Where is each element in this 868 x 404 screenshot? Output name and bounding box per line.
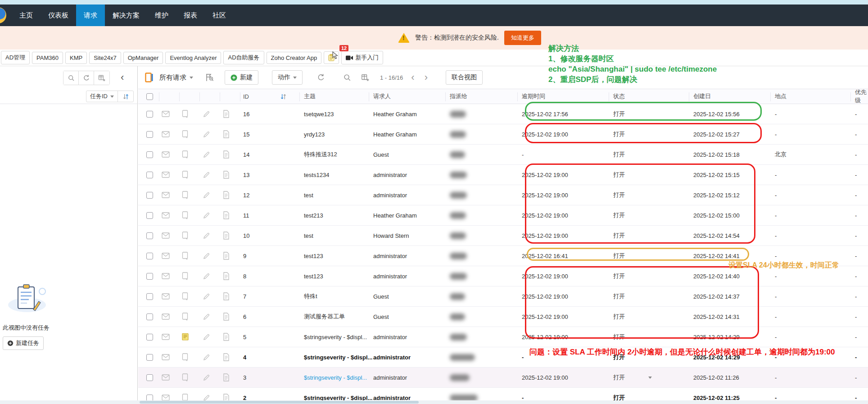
add-note-icon[interactable] (182, 145, 189, 164)
request-subject-link[interactable]: $stringseverity - $displ... (304, 347, 372, 367)
edit-icon[interactable] (203, 104, 210, 124)
document-icon[interactable] (223, 104, 230, 124)
status-value[interactable]: 打开 (613, 191, 625, 199)
add-note-icon[interactable] (182, 165, 189, 185)
column-header-overdue[interactable]: 逾期时间 (522, 89, 545, 104)
mail-icon[interactable] (162, 185, 170, 205)
add-note-icon[interactable] (182, 286, 189, 306)
document-icon[interactable] (223, 165, 230, 185)
document-icon[interactable] (223, 246, 230, 266)
request-row-15[interactable]: 15yrdy123Heather Graham2025-12-02 19:00打… (138, 124, 868, 145)
edit-icon[interactable] (203, 327, 210, 347)
request-row-10[interactable]: 10testHoward Stern2025-12-02 19:00打开2025… (138, 226, 868, 246)
status-value[interactable]: 打开 (613, 171, 625, 179)
learn-more-button[interactable]: 知道更多 (504, 31, 541, 45)
edit-icon[interactable] (203, 165, 210, 185)
tab-eventlog-analyzer[interactable]: Eventlog Analyzer (165, 52, 221, 64)
column-header-site[interactable]: 地点 (775, 89, 787, 104)
request-subject-link[interactable]: 特殊t (304, 286, 317, 306)
horizontal-scrollbar[interactable] (0, 400, 868, 404)
nav-item-requests[interactable]: 请求 (76, 5, 105, 26)
new-task-button[interactable]: 新建任务 (3, 336, 44, 350)
request-row-11[interactable]: 11test213Heather Graham2025-12-02 19:00打… (138, 205, 868, 226)
status-value[interactable]: 打开 (613, 373, 625, 381)
nav-item-community[interactable]: 社区 (205, 5, 234, 26)
new-request-button[interactable]: 新建 (225, 70, 258, 85)
row-checkbox[interactable] (146, 293, 153, 300)
edit-icon[interactable] (203, 266, 210, 286)
edit-icon[interactable] (203, 205, 210, 225)
add-note-icon[interactable] (182, 307, 189, 327)
nav-item-reports[interactable]: 报表 (176, 5, 205, 26)
edit-icon[interactable] (203, 185, 210, 205)
prev-page-button[interactable]: ‹ (409, 73, 416, 82)
sidebar-refresh-button[interactable] (79, 71, 94, 85)
request-subject-link[interactable]: test213 (304, 205, 323, 225)
status-value[interactable]: 打开 (613, 313, 625, 321)
row-checkbox[interactable] (146, 374, 153, 381)
add-note-icon[interactable] (182, 205, 189, 225)
request-subject-link[interactable]: $stringseverity - $displ... (304, 368, 367, 387)
status-dropdown-caret[interactable] (648, 377, 652, 379)
document-icon[interactable] (223, 185, 230, 205)
row-checkbox[interactable] (146, 334, 153, 340)
row-checkbox[interactable] (146, 192, 153, 199)
request-row-5[interactable]: 5$stringseverity - $displ...administrato… (138, 327, 868, 347)
request-subject-link[interactable]: test (304, 226, 313, 245)
document-icon[interactable] (223, 347, 230, 367)
tab-site24x7[interactable]: Site24x7 (89, 52, 121, 64)
column-header-subject[interactable]: 主题 (304, 89, 316, 104)
request-row-7[interactable]: 7特殊tGuest2025-12-02 19:00打开2025-12-02 14… (138, 286, 868, 307)
mail-icon[interactable] (162, 368, 170, 387)
status-value[interactable]: 打开 (613, 292, 625, 300)
mail-icon[interactable] (162, 205, 170, 225)
column-header-id[interactable]: ID (243, 89, 249, 104)
document-icon[interactable] (223, 145, 230, 164)
row-checkbox[interactable] (146, 313, 153, 320)
search-list-button[interactable] (343, 73, 351, 82)
request-row-12[interactable]: 12testadministrator2025-12-02 19:00打开202… (138, 185, 868, 205)
mail-icon[interactable] (162, 104, 170, 124)
add-note-icon[interactable] (182, 124, 189, 144)
sidebar-add-column-button[interactable] (94, 71, 109, 85)
collapse-sidebar-chevron[interactable]: ‹ (121, 72, 124, 83)
request-subject-link[interactable]: tsetqwe123 (304, 104, 334, 124)
flag-search-icon[interactable] (205, 73, 214, 82)
status-value[interactable]: 打开 (613, 333, 625, 341)
mail-icon[interactable] (162, 347, 170, 367)
combined-view-button[interactable]: 联合视图 (446, 70, 483, 85)
document-icon[interactable] (223, 266, 230, 286)
status-value[interactable]: 打开 (613, 211, 625, 219)
document-icon[interactable] (223, 368, 230, 387)
request-row-8[interactable]: 8test123administrator2025-12-02 19:00打开2… (138, 266, 868, 286)
request-subject-link[interactable]: 测试服务器工单 (304, 307, 345, 327)
column-header-assignee[interactable]: 指派给 (450, 89, 467, 104)
task-id-filter[interactable]: 任务ID (86, 91, 134, 102)
refresh-list-button[interactable] (317, 73, 325, 82)
column-header-status[interactable]: 状态 (613, 89, 625, 104)
mail-icon[interactable] (162, 145, 170, 164)
document-icon[interactable] (223, 307, 230, 327)
row-checkbox[interactable] (146, 273, 153, 280)
row-checkbox[interactable] (146, 253, 153, 259)
row-checkbox[interactable] (146, 131, 153, 138)
row-checkbox[interactable] (146, 151, 153, 158)
edit-icon[interactable] (203, 226, 210, 245)
note-icon[interactable] (182, 327, 189, 347)
row-checkbox[interactable] (146, 111, 153, 118)
tab-kmp[interactable]: KMP (65, 52, 87, 64)
mail-icon[interactable] (162, 286, 170, 306)
request-row-3[interactable]: 3$stringseverity - $displ...administrato… (138, 368, 868, 388)
request-row-14[interactable]: 14特殊推送312Guest-打开2025-12-02 15:18北京- (138, 145, 868, 165)
status-value[interactable]: 打开 (613, 110, 625, 118)
request-subject-link[interactable]: test123 (304, 266, 323, 286)
row-checkbox[interactable] (146, 212, 153, 219)
add-note-icon[interactable] (182, 368, 189, 387)
request-subject-link[interactable]: test (304, 185, 313, 205)
view-selector[interactable]: 所有请求 (159, 73, 193, 82)
request-subject-link[interactable]: 特殊推送312 (304, 145, 337, 164)
edit-icon[interactable] (203, 307, 210, 327)
status-value[interactable]: 打开 (613, 130, 625, 138)
add-note-icon[interactable] (182, 246, 189, 266)
scrollbar-handle[interactable] (140, 401, 419, 404)
